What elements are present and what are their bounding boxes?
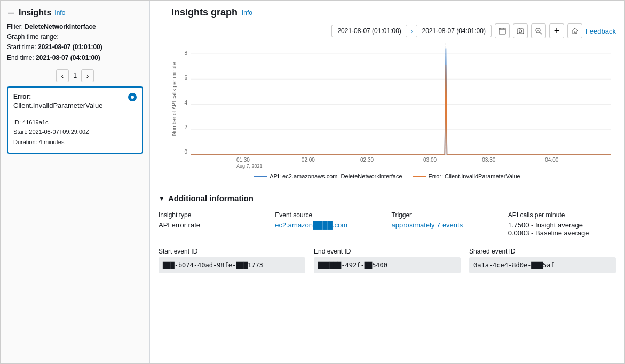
zoom-icon-button[interactable] bbox=[531, 23, 546, 38]
shared-event-id-label: Shared event ID bbox=[469, 248, 616, 255]
end-event-id-label: End event ID bbox=[314, 248, 461, 255]
error-name: Client.InvalidParameterValue bbox=[13, 101, 137, 109]
pagination-control: ‹ 1 › bbox=[7, 69, 143, 82]
start-event-id-box: ███-b074-40ad-98fe-███1773 bbox=[159, 257, 305, 273]
collapse-triangle-icon[interactable]: ▼ bbox=[159, 195, 165, 202]
main-content: — Insights graph Info 2021-08-07 (01:01:… bbox=[150, 1, 624, 363]
duration-value: 4 minutes bbox=[39, 139, 65, 145]
y-tick-6: 6 bbox=[184, 75, 187, 81]
legend-error: Error: Client.InvalidParameterValue bbox=[413, 173, 520, 179]
event-source-link[interactable]: ec2.amazon████.com bbox=[275, 221, 347, 229]
start-time-label: Start time: bbox=[7, 43, 36, 51]
chart-legend: API: ec2.amazonaws.com_DeleteNetworkInte… bbox=[159, 173, 616, 179]
time-start-box[interactable]: 2021-08-07 (01:01:00) bbox=[331, 25, 407, 37]
calendar-icon-button[interactable] bbox=[495, 23, 510, 38]
insight-type-cell: Insight type API error rate bbox=[159, 211, 266, 237]
x-label-0300: 03:00 bbox=[423, 157, 437, 163]
graph-time-range-label: Graph time range: bbox=[7, 33, 59, 41]
insight-type-value: API error rate bbox=[159, 221, 266, 229]
y-tick-2: 2 bbox=[184, 124, 187, 130]
selected-indicator bbox=[128, 93, 137, 101]
id-label: ID: bbox=[13, 119, 21, 125]
sidebar-title-row: — Insights Info bbox=[7, 8, 143, 18]
additional-title: Additional information bbox=[168, 194, 254, 203]
x-axis: 01:30Aug 7, 2021 02:00 02:30 03:00 03:30… bbox=[191, 155, 611, 171]
filter-value: DeleteNetworkInterface bbox=[25, 23, 96, 30]
end-time-label: End time: bbox=[7, 54, 34, 61]
sidebar-title-text: Insights bbox=[19, 8, 51, 18]
graph-section: — Insights graph Info 2021-08-07 (01:01:… bbox=[150, 1, 624, 186]
graph-header: — Insights graph Info bbox=[159, 7, 616, 18]
next-page-button[interactable]: › bbox=[81, 69, 94, 82]
graph-title: Insights graph bbox=[171, 7, 238, 18]
event-source-cell: Event source ec2.amazon████.com bbox=[275, 211, 383, 237]
time-arrow-icon: › bbox=[410, 27, 413, 35]
legend-api-line bbox=[254, 176, 267, 177]
shared-event-id-cell: Shared event ID 0a1a-4ce4-8d0e-███5af bbox=[469, 248, 616, 273]
api-calls-label: API calls per minute bbox=[508, 211, 616, 219]
graph-toolbar: 2021-08-07 (01:01:00) › 2021-08-07 (04:0… bbox=[159, 23, 616, 38]
legend-error-line bbox=[413, 176, 426, 177]
shared-event-id-box: 0a1a-4ce4-8d0e-███5af bbox=[469, 257, 616, 273]
error-card[interactable]: Error: Client.InvalidParameterValue ID: … bbox=[7, 86, 143, 154]
svg-line-7 bbox=[540, 33, 542, 35]
insight-type-label: Insight type bbox=[159, 211, 266, 219]
start-time-value: 2021-08-07 (01:01:00) bbox=[38, 43, 102, 51]
legend-api-label: API: ec2.amazonaws.com_DeleteNetworkInte… bbox=[270, 173, 402, 179]
chart-area: Number of API calls per minute bbox=[159, 43, 616, 171]
svg-rect-4 bbox=[517, 29, 524, 34]
filter-label: Filter: bbox=[7, 23, 23, 30]
trigger-link[interactable]: approximately 7 events bbox=[392, 221, 463, 229]
info-grid: Insight type API error rate Event source… bbox=[159, 211, 616, 237]
start-value: 2021-08-07T09:29:00Z bbox=[29, 129, 89, 135]
home-icon-button[interactable] bbox=[567, 23, 582, 38]
time-end-box[interactable]: 2021-08-07 (04:01:00) bbox=[416, 25, 491, 37]
event-source-value: ec2.amazon████.com bbox=[275, 221, 383, 229]
sidebar: — Insights Info Filter: DeleteNetworkInt… bbox=[1, 1, 150, 363]
legend-api: API: ec2.amazonaws.com_DeleteNetworkInte… bbox=[254, 173, 402, 179]
error-label: Error: bbox=[13, 93, 137, 100]
y-tick-0: 0 bbox=[184, 149, 187, 155]
start-event-id-label: Start event ID bbox=[159, 248, 305, 255]
svg-point-5 bbox=[519, 30, 521, 33]
x-label-0200: 02:00 bbox=[302, 157, 315, 163]
id-value: 41619a1c bbox=[22, 119, 48, 125]
collapse-icon[interactable]: — bbox=[7, 9, 15, 17]
api-calls-cell: API calls per minute 1.7500 - Insight av… bbox=[508, 211, 616, 237]
sidebar-info-link[interactable]: Info bbox=[54, 9, 65, 17]
legend-error-label: Error: Client.InvalidParameterValue bbox=[429, 173, 520, 179]
end-event-id-box: ██████-492f-██5400 bbox=[314, 257, 461, 273]
event-source-label: Event source bbox=[275, 211, 383, 219]
start-label: Start: bbox=[13, 129, 27, 135]
x-label-0130: 01:30Aug 7, 2021 bbox=[236, 157, 263, 169]
start-event-id-cell: Start event ID ███-b074-40ad-98fe-███177… bbox=[159, 248, 305, 273]
prev-page-button[interactable]: ‹ bbox=[56, 69, 69, 82]
end-time-value: 2021-08-07 (04:01:00) bbox=[36, 54, 100, 61]
x-label-0400: 04:00 bbox=[545, 157, 558, 163]
x-label-0330: 03:30 bbox=[482, 157, 495, 163]
duration-label: Duration: bbox=[13, 139, 37, 145]
add-icon-button[interactable]: + bbox=[549, 23, 564, 38]
feedback-button[interactable]: Feedback bbox=[586, 27, 616, 35]
svg-rect-0 bbox=[499, 28, 505, 34]
api-calls-values: 1.7500 - Insight average 0.0003 - Baseli… bbox=[508, 221, 616, 237]
camera-icon-button[interactable] bbox=[513, 23, 528, 38]
y-tick-4: 4 bbox=[184, 100, 187, 106]
error-details: ID: 41619a1c Start: 2021-08-07T09:29:00Z… bbox=[13, 114, 137, 147]
trigger-label: Trigger bbox=[392, 211, 500, 219]
y-axis-ticks: 0 2 4 6 8 bbox=[159, 43, 191, 155]
trigger-value: approximately 7 events bbox=[392, 221, 500, 229]
chart-inner bbox=[191, 43, 611, 155]
api-calls-baseline: 0.0003 - Baseline average bbox=[508, 229, 616, 237]
x-label-0230: 02:30 bbox=[360, 157, 374, 163]
graph-info-link[interactable]: Info bbox=[242, 9, 252, 17]
page-number: 1 bbox=[73, 72, 77, 80]
additional-header: ▼ Additional information bbox=[159, 194, 616, 203]
y-tick-8: 8 bbox=[184, 50, 187, 56]
event-id-grid: Start event ID ███-b074-40ad-98fe-███177… bbox=[159, 248, 616, 273]
additional-section: ▼ Additional information Insight type AP… bbox=[150, 186, 624, 363]
sidebar-filter-info: Filter: DeleteNetworkInterface Graph tim… bbox=[7, 22, 143, 63]
graph-collapse-icon[interactable]: — bbox=[159, 9, 167, 17]
end-event-id-cell: End event ID ██████-492f-██5400 bbox=[314, 248, 461, 273]
api-calls-insight: 1.7500 - Insight average bbox=[508, 221, 616, 229]
